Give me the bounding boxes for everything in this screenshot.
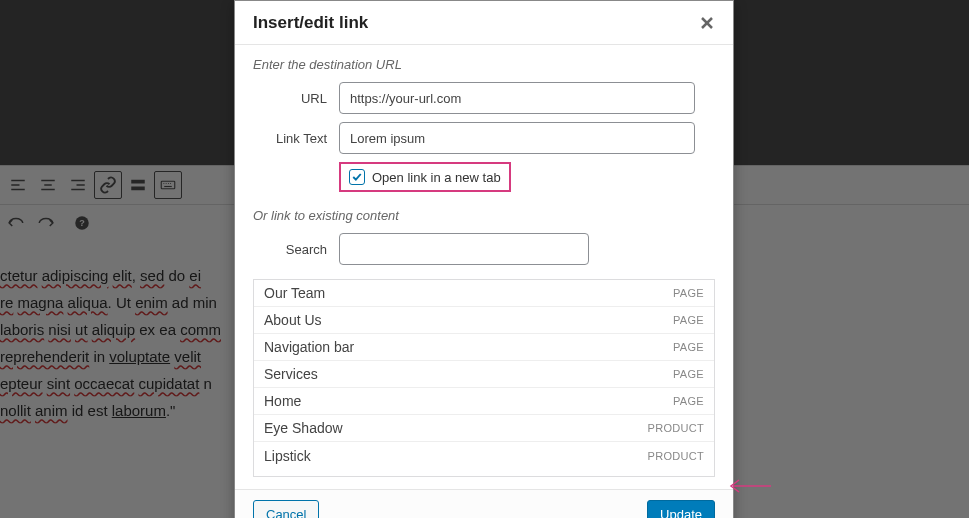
result-type: PAGE	[673, 368, 704, 380]
result-name: Home	[264, 393, 301, 409]
link-results-list: Our TeamPAGEAbout UsPAGENavigation barPA…	[253, 279, 715, 477]
annotation-arrow-icon	[727, 477, 771, 498]
url-label: URL	[253, 91, 339, 106]
insert-link-dialog: Insert/edit link Enter the destination U…	[234, 0, 734, 518]
result-name: Services	[264, 366, 318, 382]
dialog-footer: Cancel Update	[235, 489, 733, 518]
dialog-body: Enter the destination URL URL Link Text …	[235, 45, 733, 489]
result-type: PAGE	[673, 341, 704, 353]
search-label: Search	[253, 242, 339, 257]
result-type: PRODUCT	[648, 422, 705, 434]
result-item[interactable]: LipstickPRODUCT	[254, 442, 714, 469]
result-name: About Us	[264, 312, 322, 328]
result-type: PAGE	[673, 314, 704, 326]
result-item[interactable]: HomePAGE	[254, 388, 714, 415]
result-name: Navigation bar	[264, 339, 354, 355]
linktext-label: Link Text	[253, 131, 339, 146]
existing-content-hint: Or link to existing content	[253, 208, 715, 223]
linktext-input[interactable]	[339, 122, 695, 154]
close-icon[interactable]	[695, 11, 719, 35]
newtab-label: Open link in a new tab	[372, 170, 501, 185]
newtab-highlight: Open link in a new tab	[339, 162, 511, 192]
result-item[interactable]: ServicesPAGE	[254, 361, 714, 388]
result-item[interactable]: Eye ShadowPRODUCT	[254, 415, 714, 442]
dialog-title: Insert/edit link	[253, 13, 368, 33]
cancel-button[interactable]: Cancel	[253, 500, 319, 519]
search-input[interactable]	[339, 233, 589, 265]
dialog-header: Insert/edit link	[235, 1, 733, 45]
result-name: Lipstick	[264, 448, 311, 464]
result-type: PRODUCT	[648, 450, 705, 462]
result-name: Eye Shadow	[264, 420, 343, 436]
url-input[interactable]	[339, 82, 695, 114]
result-item[interactable]: Our TeamPAGE	[254, 280, 714, 307]
destination-hint: Enter the destination URL	[253, 57, 715, 72]
result-name: Our Team	[264, 285, 325, 301]
result-type: PAGE	[673, 395, 704, 407]
newtab-checkbox[interactable]	[349, 169, 365, 185]
result-item[interactable]: About UsPAGE	[254, 307, 714, 334]
update-button[interactable]: Update	[647, 500, 715, 519]
result-item[interactable]: Navigation barPAGE	[254, 334, 714, 361]
result-type: PAGE	[673, 287, 704, 299]
